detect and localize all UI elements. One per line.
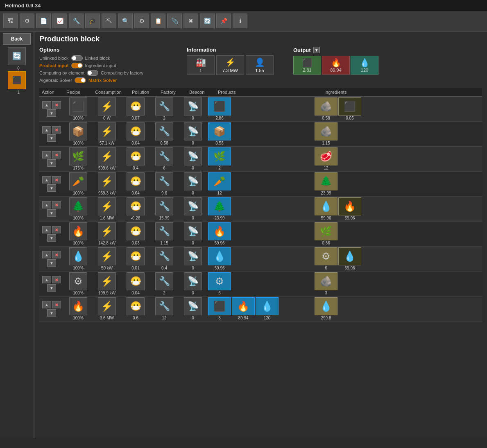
ingredient-icon-0: 💧	[315, 197, 338, 215]
action-up-btn[interactable]: ▲	[42, 126, 51, 133]
recipe-icon: 🔥	[69, 297, 87, 315]
action-remove-btn[interactable]: ✖	[52, 276, 61, 283]
action-remove-btn[interactable]: ✖	[52, 176, 61, 183]
beacon-icon: 📡	[184, 172, 202, 190]
beacon-val: 0	[192, 116, 194, 120]
pollution-cell: 😷 0.04	[121, 272, 150, 296]
action-up-btn[interactable]: ▲	[42, 276, 51, 283]
action-down-btn[interactable]: ▼	[47, 109, 56, 117]
solver-toggle[interactable]	[75, 77, 86, 83]
consumption-val: 1.6 MW	[100, 216, 114, 220]
recipe-cell: 🌿 175%	[64, 147, 93, 171]
refresh-toolbar-btn[interactable]: 🔄	[200, 14, 215, 28]
action-remove-btn[interactable]: ✖	[52, 101, 61, 109]
action-down-btn[interactable]: ▼	[47, 234, 56, 242]
pickaxe-toolbar-btn[interactable]: ⛏	[102, 14, 116, 28]
pollution-icon: 😷	[127, 172, 145, 190]
factory-icon: 🔧	[155, 222, 173, 240]
beacon-cell: 📡 0	[179, 122, 207, 146]
action-remove-btn[interactable]: ✖	[52, 201, 61, 208]
factory-icon: 🔧	[155, 147, 173, 165]
product-icon-0: 🥕	[208, 172, 231, 190]
action-down-btn[interactable]: ▼	[47, 284, 56, 292]
beacon-icon: 📡	[184, 97, 202, 115]
product-item-0: ⚙ 6	[208, 272, 231, 295]
info-toolbar-btn[interactable]: ℹ	[233, 14, 247, 28]
action-down-btn[interactable]: ▼	[47, 184, 56, 192]
action-down-row: ▼	[47, 309, 56, 317]
beacon-val: 0	[192, 241, 194, 245]
action-down-btn[interactable]: ▼	[47, 134, 56, 142]
action-remove-btn[interactable]: ✖	[52, 126, 61, 133]
action-remove-btn[interactable]: ✖	[52, 251, 61, 258]
sidebar-count-0: 0	[0, 66, 34, 70]
table-row: ▲ ✖ ▼ ⬛ 100% ⚡ 0 W 😷 0.07 🔧 2 📡 0 ⬛ 2.86…	[39, 97, 482, 122]
pollution-icon: 😷	[127, 247, 145, 265]
consumption-cell: ⚡ 1.6 MW	[93, 197, 121, 221]
action-cell: ▲ ✖ ▼	[39, 301, 64, 317]
recipe-pct: 100%	[73, 266, 84, 270]
sidebar-stack-0: 🔄 0	[0, 46, 34, 70]
products-cell: ⬛ 3 🔥 89.94 💧 120	[207, 296, 314, 321]
action-up-btn[interactable]: ▲	[42, 226, 51, 233]
chart-toolbar-btn[interactable]: 📈	[52, 14, 67, 28]
product-icon-1: 🔥	[232, 297, 255, 315]
action-down-btn[interactable]: ▼	[47, 309, 56, 317]
pin-toolbar-btn[interactable]: 📌	[216, 14, 231, 28]
consumption-icon: ⚡	[98, 272, 116, 290]
hat-toolbar-btn[interactable]: 🎓	[85, 14, 100, 28]
product-val-0: 2.86	[215, 116, 223, 120]
table-row: ▲ ✖ ▼ 🌿 175% ⚡ 599.6 kW 😷 0.4 🔧 6 📡 0 🌿 …	[39, 147, 482, 172]
magnify-toolbar-btn[interactable]: 🔍	[118, 14, 133, 28]
back-button[interactable]: Back	[3, 33, 31, 45]
beacon-cell: 📡 0	[179, 272, 207, 296]
factory-icon: 🔧	[155, 97, 173, 115]
ingredients-cell: 🪨 0.58 ⬛ 0.05	[314, 97, 482, 121]
action-up-btn[interactable]: ▲	[42, 101, 51, 109]
recipe-icon: 🔥	[69, 222, 87, 240]
ingredient-item-1: 🔥 59.96	[338, 197, 361, 220]
close-toolbar-btn[interactable]: ✖	[183, 14, 198, 28]
build-toolbar-btn[interactable]: 🏗	[3, 14, 18, 28]
table-row: ▲ ✖ ▼ 🔥 100% ⚡ 142.8 kW 😷 0.03 🔧 1.15 📡 …	[39, 222, 482, 247]
ingredient-item-0: 🪨 3	[315, 272, 338, 295]
product-input-toggle[interactable]	[71, 63, 83, 68]
solver-row: Algebraic Solver Matrix Solver	[39, 77, 179, 83]
sidebar-icon-block[interactable]: ⬛	[8, 71, 26, 89]
product-val-0: 6	[218, 291, 221, 295]
action-up-btn[interactable]: ▲	[42, 301, 51, 308]
title-bar: Helmod 0.9.34	[0, 0, 487, 11]
computing-toggle[interactable]	[87, 70, 98, 76]
action-up-btn[interactable]: ▲	[42, 201, 51, 208]
document-toolbar-btn[interactable]: 📄	[36, 14, 51, 28]
ingredients-cell: 🪨 3	[314, 272, 482, 296]
product-item-0: 💧 59.96	[208, 247, 231, 270]
col-header-pollution: Pollution	[132, 90, 161, 95]
clipboard-toolbar-btn[interactable]: 📎	[167, 14, 182, 28]
circuit-toolbar-btn[interactable]: ⚙	[20, 14, 34, 28]
top-section: Options Unlinked block Linked block Prod…	[39, 47, 482, 83]
factory-cell: 🔧 6	[150, 147, 179, 171]
wrench-toolbar-btn[interactable]: 🔧	[69, 14, 84, 28]
sidebar-icon-conveyor[interactable]: 🔄	[8, 47, 26, 65]
action-up-btn[interactable]: ▲	[42, 151, 51, 158]
action-up-btn[interactable]: ▲	[42, 176, 51, 183]
recipe-icon: 🌿	[69, 147, 87, 165]
consumption-cell: ⚡ 142.8 kW	[93, 222, 121, 246]
action-up-btn[interactable]: ▲	[42, 251, 51, 258]
product-icon-0: ⚙	[208, 272, 231, 290]
action-remove-btn[interactable]: ✖	[52, 301, 61, 308]
output-filter-icon[interactable]: ▼	[313, 47, 320, 53]
action-down-btn[interactable]: ▼	[47, 209, 56, 217]
action-down-row: ▼	[47, 159, 56, 167]
product-val-0: 0.58	[215, 141, 223, 145]
gear-toolbar-btn[interactable]: ⚙	[134, 14, 149, 28]
action-remove-btn[interactable]: ✖	[52, 226, 61, 233]
action-down-btn[interactable]: ▼	[47, 159, 56, 167]
consumption-val: 0 W	[103, 116, 111, 120]
action-remove-btn[interactable]: ✖	[52, 151, 61, 158]
copy-toolbar-btn[interactable]: 📋	[151, 14, 165, 28]
linked-block-toggle[interactable]	[71, 55, 83, 61]
ingredient-icon-1: ⬛	[338, 97, 361, 115]
action-down-btn[interactable]: ▼	[47, 259, 56, 267]
